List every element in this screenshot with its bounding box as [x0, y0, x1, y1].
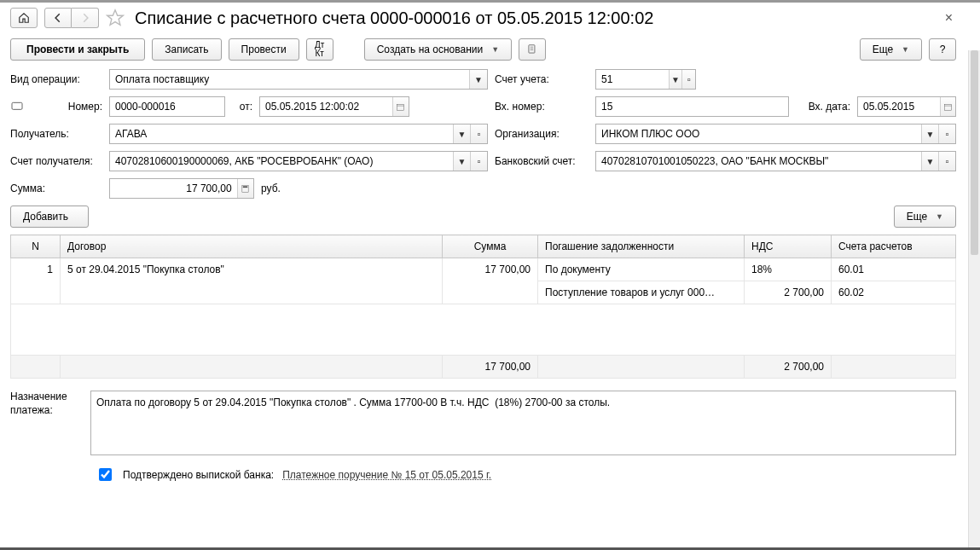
dropdown-button[interactable]: ▼: [453, 152, 470, 171]
back-button[interactable]: [44, 8, 72, 28]
from-label: от:: [232, 101, 252, 113]
more-toolbar-button[interactable]: Еще ▼: [860, 38, 922, 61]
dropdown-button[interactable]: ▼: [469, 70, 487, 89]
in-date-input[interactable]: [858, 97, 940, 116]
post-button[interactable]: Провести: [229, 38, 299, 61]
more-table-button[interactable]: Еще ▼: [894, 206, 956, 228]
payee-input[interactable]: [110, 124, 453, 143]
footer-sum: 17 700,00: [443, 356, 538, 379]
calendar-button[interactable]: [940, 97, 955, 116]
calendar-icon: [396, 102, 405, 112]
help-button[interactable]: ?: [929, 38, 956, 61]
page-title: Списание с расчетного счета 0000-000016 …: [135, 9, 653, 28]
confirmed-checkbox[interactable]: [99, 468, 112, 481]
col-debt[interactable]: Погашение задолженности: [538, 235, 745, 258]
document-mode-icon[interactable]: [10, 100, 24, 113]
in-date-label: Вх. дата:: [796, 101, 850, 113]
bank-account-input[interactable]: [596, 152, 921, 171]
save-button[interactable]: Записать: [152, 38, 221, 61]
col-contract[interactable]: Договор: [61, 235, 443, 258]
operation-type-input[interactable]: [110, 70, 469, 89]
forward-button[interactable]: [72, 8, 99, 28]
purpose-label: Назначение платежа:: [10, 391, 82, 455]
date-input[interactable]: [260, 97, 392, 116]
account-label: Счет учета:: [495, 73, 589, 85]
attachment-icon: [526, 43, 538, 55]
col-sum[interactable]: Сумма: [443, 235, 538, 258]
amount-label: Сумма:: [10, 182, 102, 194]
open-button[interactable]: ▫: [681, 70, 695, 89]
vertical-scrollbar[interactable]: [968, 50, 980, 550]
home-button[interactable]: [10, 8, 38, 28]
home-icon: [18, 12, 30, 24]
table-row[interactable]: Поступление товаров и услуг 000… 2 700,0…: [11, 281, 956, 304]
dropdown-button[interactable]: ▼: [453, 124, 470, 143]
footer-vat: 2 700,00: [745, 356, 832, 379]
add-row-button[interactable]: Добавить: [10, 206, 89, 228]
number-input[interactable]: [110, 97, 224, 116]
chevron-down-icon: ▼: [491, 45, 499, 54]
svg-rect-10: [243, 186, 248, 188]
svg-rect-0: [529, 45, 535, 53]
calendar-icon: [943, 102, 953, 112]
number-label: Номер:: [32, 101, 102, 113]
create-based-on-button[interactable]: Создать на основании ▼: [364, 38, 512, 61]
payee-label: Получатель:: [10, 128, 102, 140]
amount-input[interactable]: [110, 179, 237, 198]
col-n[interactable]: N: [11, 235, 61, 258]
post-and-close-button[interactable]: Провести и закрыть: [10, 38, 145, 61]
favorite-star-icon[interactable]: [106, 9, 125, 27]
svg-rect-4: [12, 102, 22, 109]
table-row[interactable]: 1 5 от 29.04.2015 "Покупка столов" 17 70…: [11, 258, 956, 281]
col-settle[interactable]: Счета расчетов: [832, 235, 956, 258]
debit-credit-button[interactable]: ДтКт: [306, 38, 333, 61]
chevron-down-icon: ▼: [902, 45, 909, 54]
chevron-down-icon: ▼: [936, 212, 943, 221]
dropdown-button[interactable]: ▼: [921, 152, 938, 171]
arrow-right-icon: [79, 12, 91, 24]
payee-account-label: Счет получателя:: [10, 155, 102, 167]
in-number-label: Вх. номер:: [495, 101, 589, 113]
open-button[interactable]: ▫: [938, 152, 955, 171]
debit-credit-icon: ДтКт: [315, 41, 324, 58]
open-button[interactable]: ▫: [938, 124, 955, 143]
bank-account-label: Банковский счет:: [495, 155, 589, 167]
operation-type-label: Вид операции:: [10, 73, 102, 85]
arrow-left-icon: [52, 12, 64, 24]
in-number-input[interactable]: [596, 97, 788, 116]
organization-label: Организация:: [495, 128, 589, 140]
calculator-button[interactable]: [237, 179, 253, 198]
dropdown-button[interactable]: ▼: [921, 124, 938, 143]
open-button[interactable]: ▫: [470, 124, 487, 143]
confirmed-label: Подтверждено выпиской банка:: [123, 469, 274, 481]
svg-rect-7: [944, 104, 951, 110]
payee-account-input[interactable]: [110, 152, 453, 171]
calculator-icon: [241, 184, 250, 194]
close-button[interactable]: ×: [945, 10, 956, 26]
organization-input[interactable]: [596, 124, 921, 143]
col-vat[interactable]: НДС: [745, 235, 832, 258]
svg-rect-5: [397, 104, 404, 110]
attachments-button[interactable]: [519, 38, 546, 61]
dropdown-button[interactable]: ▼: [669, 70, 682, 89]
account-input[interactable]: [596, 70, 669, 89]
payments-table: N Договор Сумма Погашение задолженности …: [10, 234, 956, 379]
calendar-button[interactable]: [392, 97, 409, 116]
currency-label: руб.: [261, 182, 281, 194]
payment-order-link[interactable]: Платежное поручение № 15 от 05.05.2015 г…: [282, 469, 491, 481]
open-button[interactable]: ▫: [470, 152, 487, 171]
purpose-textarea[interactable]: [90, 391, 956, 455]
